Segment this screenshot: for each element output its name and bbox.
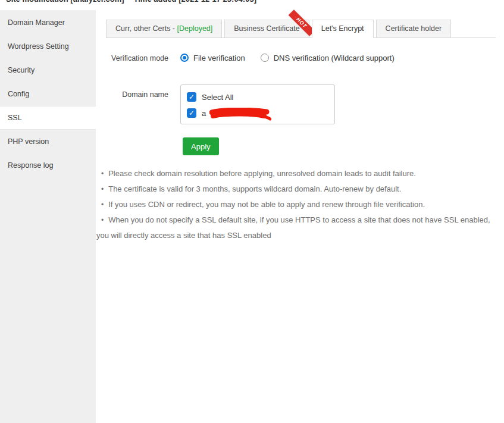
bullet-icon: •	[101, 167, 104, 181]
note-item: •The certificate is valid for 3 months, …	[96, 181, 496, 197]
domain-checkbox[interactable]	[187, 108, 196, 118]
verification-options: File verification DNS verification (Wild…	[180, 53, 395, 62]
verification-mode-label: Verification mode	[96, 53, 168, 62]
tab-business-certificate-label: Business Certificate	[234, 24, 299, 33]
dns-verification-radio-icon[interactable]	[261, 54, 269, 62]
radio-option-file-verification[interactable]: File verification	[180, 54, 245, 62]
domain-name-label: Domain name	[96, 84, 168, 124]
note-text: Please check domain resolution before ap…	[108, 169, 416, 178]
dns-verification-label: DNS verification (Wildcard support)	[274, 54, 395, 62]
radio-option-dns-verification[interactable]: DNS verification (Wildcard support)	[261, 54, 395, 62]
tab-curr-other-certs[interactable]: Curr, other Certs - [Deployed]	[106, 20, 222, 38]
tab-lets-encrypt[interactable]: Let's Encrypt	[312, 20, 374, 38]
ssl-panel: Curr, other Certs - [Deployed] Business …	[96, 0, 504, 423]
bullet-icon: •	[101, 198, 104, 212]
sidebar-item-ssl[interactable]: SSL	[0, 106, 96, 130]
domain-text-prefix: a	[202, 109, 206, 118]
bullet-icon: •	[101, 182, 104, 197]
sidebar-item-response-log[interactable]: Response log	[0, 153, 96, 177]
notes-list: •Please check domain resolution before a…	[96, 166, 496, 243]
select-all-checkbox[interactable]	[187, 92, 196, 102]
tab-business-certificate[interactable]: Business Certificate HOT	[224, 20, 309, 38]
domain-item-row[interactable]: a	[187, 106, 328, 120]
tab-bar: Curr, other Certs - [Deployed] Business …	[106, 20, 496, 38]
note-item: •Please check domain resolution before a…	[96, 166, 496, 181]
tab-certificate-holder-label: Certificate holder	[386, 24, 442, 33]
tab-certificate-holder[interactable]: Certificate holder	[376, 20, 452, 38]
sidebar-item-php-version[interactable]: PHP version	[0, 130, 96, 153]
note-item: •If you uses CDN or redirect, you may no…	[96, 197, 496, 212]
select-all-row[interactable]: Select All	[187, 90, 328, 104]
tab-curr-other-certs-label: Curr, other Certs -	[115, 24, 177, 33]
note-text: The certificate is valid for 3 months, s…	[108, 184, 401, 193]
domain-list-box: Select All a	[180, 84, 335, 124]
site-modification-window: Site modification [analyzer.com] -- Time…	[0, 0, 504, 423]
tab-lets-encrypt-label: Let's Encrypt	[321, 24, 364, 33]
verification-mode-row: Verification mode File verification DNS …	[96, 53, 504, 62]
file-verification-radio-icon[interactable]	[180, 54, 189, 62]
sidebar-item-domain-manager[interactable]: Domain Manager	[0, 11, 96, 35]
sidebar-item-config[interactable]: Config	[0, 82, 96, 106]
redacted-domain-scribble	[209, 108, 271, 121]
bullet-icon: •	[101, 213, 104, 228]
select-all-label: Select All	[202, 93, 233, 102]
note-item: •When you do not specify a SSL default s…	[96, 212, 496, 243]
note-text: When you do not specify a SSL default si…	[96, 215, 490, 240]
sidebar-item-security[interactable]: Security	[0, 58, 96, 82]
domain-name-row: Domain name Select All a	[96, 84, 504, 124]
file-verification-label: File verification	[193, 54, 245, 62]
sidebar: Domain Manager Wordpress Setting Securit…	[0, 10, 96, 423]
apply-button[interactable]: Apply	[183, 137, 219, 155]
sidebar-item-wordpress-setting[interactable]: Wordpress Setting	[0, 35, 96, 58]
deployed-status: [Deployed]	[177, 24, 213, 33]
note-text: If you uses CDN or redirect, you may not…	[108, 200, 425, 209]
